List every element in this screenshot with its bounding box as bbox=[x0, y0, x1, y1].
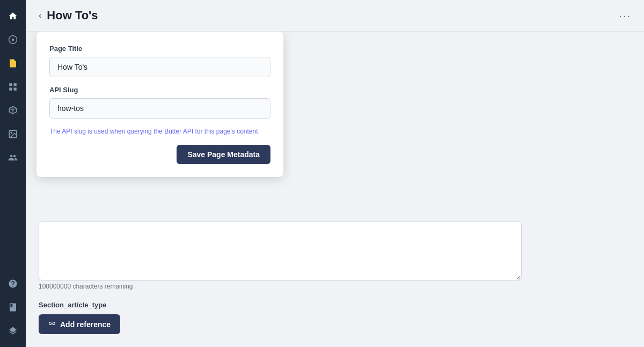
pages-icon[interactable] bbox=[3, 54, 23, 73]
content-area: Page Title API Slug The API slug is used… bbox=[26, 32, 644, 347]
book-icon[interactable] bbox=[3, 298, 23, 317]
save-metadata-button[interactable]: Save Page Metadata bbox=[177, 145, 270, 164]
svg-rect-5 bbox=[14, 88, 17, 91]
add-reference-label: Add reference bbox=[60, 320, 111, 329]
page-metadata-popup: Page Title API Slug The API slug is used… bbox=[36, 32, 283, 177]
api-slug-label: API Slug bbox=[49, 86, 270, 94]
page-title-input[interactable] bbox=[49, 57, 270, 77]
users-icon[interactable] bbox=[3, 148, 23, 167]
home-icon[interactable] bbox=[3, 6, 23, 26]
svg-point-7 bbox=[11, 132, 12, 133]
section-article-type-section: Section_article_type Add reference bbox=[39, 301, 631, 347]
svg-rect-4 bbox=[9, 88, 12, 91]
back-button[interactable]: ‹ bbox=[39, 11, 41, 20]
page-title-label: Page Title bbox=[49, 45, 270, 53]
svg-rect-2 bbox=[9, 83, 12, 86]
sidebar bbox=[0, 0, 26, 347]
more-button[interactable]: ··· bbox=[619, 10, 631, 22]
activity-icon[interactable] bbox=[3, 30, 23, 49]
api-slug-input[interactable] bbox=[49, 98, 270, 119]
add-reference-button[interactable]: Add reference bbox=[39, 314, 120, 334]
layers-icon[interactable] bbox=[3, 321, 23, 341]
link-icon bbox=[48, 320, 56, 329]
content-field: 100000000 characters remaining bbox=[39, 222, 631, 290]
svg-rect-3 bbox=[14, 83, 17, 86]
section-article-type-label: Section_article_type bbox=[39, 301, 631, 309]
page-title: How To's bbox=[47, 9, 98, 23]
header: ‹ How To's ··· bbox=[26, 0, 644, 32]
image-icon[interactable] bbox=[3, 124, 23, 144]
svg-point-1 bbox=[12, 39, 14, 41]
content-textarea[interactable] bbox=[39, 222, 522, 280]
char-remaining: 100000000 characters remaining bbox=[39, 283, 631, 290]
header-left: ‹ How To's bbox=[39, 9, 98, 23]
main-content: ‹ How To's ··· Page Title API Slug The A… bbox=[26, 0, 644, 347]
grid-icon[interactable] bbox=[3, 77, 23, 97]
help-icon[interactable] bbox=[3, 274, 23, 293]
api-hint-text: The API slug is used when querying the B… bbox=[49, 127, 270, 136]
components-icon[interactable] bbox=[3, 101, 23, 120]
